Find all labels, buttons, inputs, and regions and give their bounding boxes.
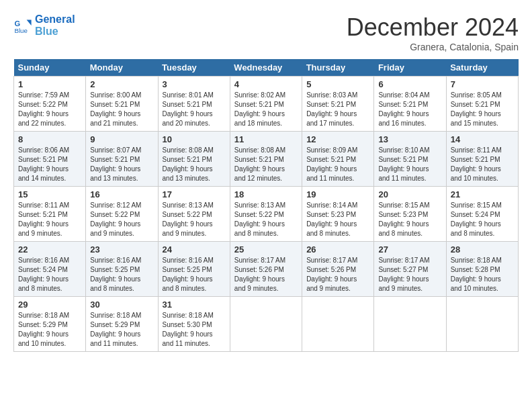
day-info: Sunrise: 8:04 AM Sunset: 5:21 PM Dayligh… bbox=[378, 91, 441, 128]
day-number: 17 bbox=[163, 189, 226, 199]
day-info: Sunrise: 8:16 AM Sunset: 5:25 PM Dayligh… bbox=[90, 256, 153, 293]
day-number: 9 bbox=[90, 134, 153, 144]
day-info: Sunrise: 8:16 AM Sunset: 5:24 PM Dayligh… bbox=[18, 256, 81, 293]
calendar-cell: 17 Sunrise: 8:13 AM Sunset: 5:22 PM Dayl… bbox=[158, 187, 230, 242]
location-subtitle: Granera, Catalonia, Spain bbox=[347, 42, 519, 52]
calendar-cell: 11 Sunrise: 8:08 AM Sunset: 5:21 PM Dayl… bbox=[230, 132, 302, 187]
day-info: Sunrise: 8:18 AM Sunset: 5:29 PM Dayligh… bbox=[90, 311, 153, 349]
calendar-cell: 22 Sunrise: 8:16 AM Sunset: 5:24 PM Dayl… bbox=[14, 242, 86, 297]
day-number: 2 bbox=[90, 79, 153, 89]
calendar-cell bbox=[374, 297, 446, 352]
calendar-cell: 3 Sunrise: 8:01 AM Sunset: 5:21 PM Dayli… bbox=[158, 77, 230, 132]
calendar-cell: 1 Sunrise: 7:59 AM Sunset: 5:22 PM Dayli… bbox=[14, 77, 86, 132]
calendar-cell: 25 Sunrise: 8:17 AM Sunset: 5:26 PM Dayl… bbox=[230, 242, 302, 297]
day-number: 25 bbox=[234, 244, 298, 255]
calendar-cell: 5 Sunrise: 8:03 AM Sunset: 5:21 PM Dayli… bbox=[302, 77, 374, 132]
day-number: 4 bbox=[234, 79, 298, 89]
calendar-cell: 19 Sunrise: 8:14 AM Sunset: 5:23 PM Dayl… bbox=[302, 187, 374, 242]
day-info: Sunrise: 8:18 AM Sunset: 5:30 PM Dayligh… bbox=[163, 311, 226, 349]
day-number: 5 bbox=[306, 79, 369, 89]
day-info: Sunrise: 8:11 AM Sunset: 5:21 PM Dayligh… bbox=[18, 201, 81, 238]
day-info: Sunrise: 8:10 AM Sunset: 5:21 PM Dayligh… bbox=[378, 146, 441, 183]
day-number: 23 bbox=[90, 244, 153, 255]
day-number: 19 bbox=[306, 189, 369, 199]
day-number: 21 bbox=[451, 189, 514, 199]
header-row: SundayMondayTuesdayWednesdayThursdayFrid… bbox=[14, 59, 519, 77]
day-info: Sunrise: 8:15 AM Sunset: 5:24 PM Dayligh… bbox=[451, 201, 514, 238]
col-header-friday: Friday bbox=[374, 59, 446, 77]
calendar-cell: 27 Sunrise: 8:17 AM Sunset: 5:27 PM Dayl… bbox=[374, 242, 446, 297]
day-info: Sunrise: 8:06 AM Sunset: 5:21 PM Dayligh… bbox=[18, 146, 81, 183]
col-header-thursday: Thursday bbox=[302, 59, 374, 77]
calendar-cell bbox=[446, 297, 518, 352]
day-info: Sunrise: 8:17 AM Sunset: 5:27 PM Dayligh… bbox=[378, 256, 441, 293]
day-number: 22 bbox=[18, 244, 81, 255]
title-block: December 2024 Granera, Catalonia, Spain bbox=[347, 13, 519, 52]
col-header-sunday: Sunday bbox=[14, 59, 86, 77]
calendar-cell: 28 Sunrise: 8:18 AM Sunset: 5:28 PM Dayl… bbox=[446, 242, 518, 297]
col-header-wednesday: Wednesday bbox=[230, 59, 302, 77]
day-number: 31 bbox=[163, 300, 226, 310]
calendar-cell: 9 Sunrise: 8:07 AM Sunset: 5:21 PM Dayli… bbox=[86, 132, 158, 187]
calendar-week-5: 29 Sunrise: 8:18 AM Sunset: 5:29 PM Dayl… bbox=[14, 297, 519, 352]
calendar-cell: 10 Sunrise: 8:08 AM Sunset: 5:21 PM Dayl… bbox=[158, 132, 230, 187]
day-info: Sunrise: 8:08 AM Sunset: 5:21 PM Dayligh… bbox=[234, 146, 298, 183]
day-info: Sunrise: 8:16 AM Sunset: 5:25 PM Dayligh… bbox=[163, 256, 226, 293]
day-number: 24 bbox=[163, 244, 226, 255]
logo-icon: G Blue bbox=[13, 16, 32, 35]
day-info: Sunrise: 8:15 AM Sunset: 5:23 PM Dayligh… bbox=[378, 201, 441, 238]
page-header: G Blue General Blue December 2024 Graner… bbox=[13, 13, 519, 52]
day-number: 12 bbox=[306, 134, 369, 144]
month-title: December 2024 bbox=[347, 13, 519, 42]
col-header-saturday: Saturday bbox=[446, 59, 518, 77]
calendar-cell: 6 Sunrise: 8:04 AM Sunset: 5:21 PM Dayli… bbox=[374, 77, 446, 132]
day-number: 14 bbox=[451, 134, 514, 144]
day-number: 29 bbox=[18, 300, 81, 310]
calendar-cell: 30 Sunrise: 8:18 AM Sunset: 5:29 PM Dayl… bbox=[86, 297, 158, 352]
calendar-cell: 26 Sunrise: 8:17 AM Sunset: 5:26 PM Dayl… bbox=[302, 242, 374, 297]
day-number: 13 bbox=[378, 134, 441, 144]
day-info: Sunrise: 8:03 AM Sunset: 5:21 PM Dayligh… bbox=[306, 91, 369, 128]
day-info: Sunrise: 8:05 AM Sunset: 5:21 PM Dayligh… bbox=[451, 91, 514, 128]
day-info: Sunrise: 8:07 AM Sunset: 5:21 PM Dayligh… bbox=[90, 146, 153, 183]
day-info: Sunrise: 8:00 AM Sunset: 5:21 PM Dayligh… bbox=[90, 91, 153, 128]
calendar-cell: 23 Sunrise: 8:16 AM Sunset: 5:25 PM Dayl… bbox=[86, 242, 158, 297]
day-number: 3 bbox=[163, 79, 226, 89]
day-number: 11 bbox=[234, 134, 298, 144]
day-info: Sunrise: 8:08 AM Sunset: 5:21 PM Dayligh… bbox=[163, 146, 226, 183]
calendar-table: SundayMondayTuesdayWednesdayThursdayFrid… bbox=[13, 59, 519, 352]
calendar-week-1: 1 Sunrise: 7:59 AM Sunset: 5:22 PM Dayli… bbox=[14, 77, 519, 132]
day-info: Sunrise: 8:18 AM Sunset: 5:29 PM Dayligh… bbox=[18, 311, 81, 349]
day-number: 20 bbox=[378, 189, 441, 199]
svg-text:Blue: Blue bbox=[14, 27, 28, 34]
day-number: 10 bbox=[163, 134, 226, 144]
day-number: 16 bbox=[90, 189, 153, 199]
calendar-cell: 24 Sunrise: 8:16 AM Sunset: 5:25 PM Dayl… bbox=[158, 242, 230, 297]
day-info: Sunrise: 8:11 AM Sunset: 5:21 PM Dayligh… bbox=[451, 146, 514, 183]
day-info: Sunrise: 8:09 AM Sunset: 5:21 PM Dayligh… bbox=[306, 146, 369, 183]
calendar-cell: 12 Sunrise: 8:09 AM Sunset: 5:21 PM Dayl… bbox=[302, 132, 374, 187]
calendar-cell: 2 Sunrise: 8:00 AM Sunset: 5:21 PM Dayli… bbox=[86, 77, 158, 132]
calendar-week-4: 22 Sunrise: 8:16 AM Sunset: 5:24 PM Dayl… bbox=[14, 242, 519, 297]
day-info: Sunrise: 8:14 AM Sunset: 5:23 PM Dayligh… bbox=[306, 201, 369, 238]
calendar-cell: 15 Sunrise: 8:11 AM Sunset: 5:21 PM Dayl… bbox=[14, 187, 86, 242]
calendar-week-3: 15 Sunrise: 8:11 AM Sunset: 5:21 PM Dayl… bbox=[14, 187, 519, 242]
col-header-monday: Monday bbox=[86, 59, 158, 77]
day-number: 18 bbox=[234, 189, 298, 199]
calendar-cell: 18 Sunrise: 8:13 AM Sunset: 5:22 PM Dayl… bbox=[230, 187, 302, 242]
calendar-cell: 4 Sunrise: 8:02 AM Sunset: 5:21 PM Dayli… bbox=[230, 77, 302, 132]
calendar-cell: 21 Sunrise: 8:15 AM Sunset: 5:24 PM Dayl… bbox=[446, 187, 518, 242]
calendar-cell: 29 Sunrise: 8:18 AM Sunset: 5:29 PM Dayl… bbox=[14, 297, 86, 352]
calendar-cell: 20 Sunrise: 8:15 AM Sunset: 5:23 PM Dayl… bbox=[374, 187, 446, 242]
day-number: 28 bbox=[451, 244, 514, 255]
day-info: Sunrise: 8:02 AM Sunset: 5:21 PM Dayligh… bbox=[234, 91, 298, 128]
day-number: 27 bbox=[378, 244, 441, 255]
col-header-tuesday: Tuesday bbox=[158, 59, 230, 77]
calendar-cell: 14 Sunrise: 8:11 AM Sunset: 5:21 PM Dayl… bbox=[446, 132, 518, 187]
day-info: Sunrise: 7:59 AM Sunset: 5:22 PM Dayligh… bbox=[18, 91, 81, 128]
day-number: 8 bbox=[18, 134, 81, 144]
day-info: Sunrise: 8:13 AM Sunset: 5:22 PM Dayligh… bbox=[234, 201, 298, 238]
day-number: 26 bbox=[306, 244, 369, 255]
calendar-cell bbox=[302, 297, 374, 352]
day-number: 1 bbox=[18, 79, 81, 89]
